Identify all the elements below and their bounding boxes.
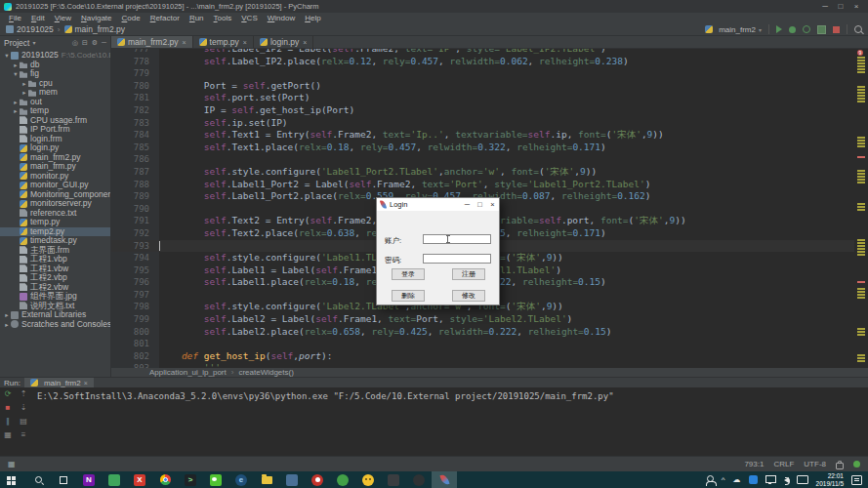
- menu-item-navigate[interactable]: Navigate: [76, 14, 117, 22]
- warning-mark[interactable]: [857, 179, 865, 181]
- tree-item-temp[interactable]: ▸temp: [0, 106, 110, 116]
- line-number[interactable]: 786: [111, 153, 159, 166]
- code-line[interactable]: [159, 203, 854, 216]
- caret-position[interactable]: 793:1: [744, 460, 764, 468]
- tree-item-out[interactable]: ▸out: [0, 98, 110, 107]
- menu-item-refactor[interactable]: Refactor: [145, 14, 185, 22]
- tree-item-frm[interactable]: 主界面.frm: [0, 246, 110, 256]
- maximize-button[interactable]: □: [833, 0, 848, 13]
- error-mark[interactable]: [857, 281, 865, 283]
- warning-mark[interactable]: [857, 62, 865, 64]
- settings-icon[interactable]: ⚙: [92, 39, 98, 47]
- warning-mark[interactable]: [857, 170, 865, 172]
- line-number[interactable]: 789: [111, 190, 159, 203]
- code-line[interactable]: self.port.set(Port): [159, 92, 854, 104]
- warning-mark[interactable]: [857, 89, 865, 91]
- xmind-icon[interactable]: X: [127, 471, 152, 488]
- line-number[interactable]: 801: [111, 338, 159, 350]
- chrome-icon[interactable]: [152, 471, 178, 488]
- close-icon[interactable]: ×: [303, 39, 307, 46]
- line-separator[interactable]: CRLF: [773, 460, 794, 468]
- warning-mark[interactable]: [857, 245, 865, 247]
- menu-item-code[interactable]: Code: [117, 14, 145, 22]
- tray-expand-icon[interactable]: ^: [722, 475, 725, 484]
- line-number[interactable]: 802: [111, 350, 159, 363]
- scroll-end-icon[interactable]: ≡: [21, 430, 26, 440]
- onedrive-cloud-icon[interactable]: ☁: [733, 475, 741, 484]
- menu-item-view[interactable]: View: [50, 14, 76, 22]
- input-method-icon[interactable]: [797, 475, 808, 484]
- code-line[interactable]: self.Text2 = Entry(self.Frame2, text='Po…: [159, 215, 854, 227]
- tree-item-main-frm2-py[interactable]: main_frm2.py: [0, 153, 110, 163]
- menu-item-run[interactable]: Run: [185, 14, 209, 22]
- code-line[interactable]: Port = self.getPort(): [159, 80, 854, 93]
- tree-item-monitorserver-py[interactable]: monitorserver.py: [0, 199, 110, 209]
- run-config-selector[interactable]: main_frm2 ▾: [705, 25, 762, 34]
- login-dialog-titlebar[interactable]: Login ─ □ ×: [377, 198, 499, 211]
- warning-mark[interactable]: [857, 334, 865, 336]
- tree-item-monitoring-component-py[interactable]: Monitoring_component.py: [0, 190, 110, 200]
- code-line[interactable]: self.Text1 = Entry(self.Frame2, text='Ip…: [159, 129, 854, 142]
- tree-item-1-vbp[interactable]: 工程1.vbp: [0, 255, 110, 264]
- delete-button[interactable]: 删除: [392, 290, 425, 302]
- line-number[interactable]: 781: [111, 92, 159, 104]
- warning-mark[interactable]: [857, 95, 865, 97]
- close-icon[interactable]: ×: [84, 380, 88, 386]
- menu-item-help[interactable]: Help: [300, 14, 325, 22]
- line-number[interactable]: 792: [111, 227, 159, 240]
- warning-mark[interactable]: [857, 254, 865, 256]
- code-line[interactable]: self.Label_IP2 = Label(self.Frame2, text…: [159, 49, 854, 56]
- warning-mark[interactable]: [857, 291, 865, 293]
- login-button[interactable]: 登录: [392, 268, 425, 280]
- warning-mark[interactable]: [857, 182, 865, 183]
- terminal-icon[interactable]: >: [178, 471, 203, 488]
- tree-collapsed-icon[interactable]: ▸: [12, 98, 20, 107]
- line-number[interactable]: 795: [111, 264, 159, 277]
- code-line[interactable]: self.Text2.place(relx=0.638, rely=0.457,…: [159, 227, 854, 240]
- action-center-icon[interactable]: [851, 475, 862, 485]
- warning-mark[interactable]: [857, 65, 865, 67]
- down-stack-icon[interactable]: ⇣: [21, 403, 27, 413]
- warning-mark[interactable]: [857, 242, 865, 244]
- tree-item-fig[interactable]: ▾fig: [0, 69, 110, 79]
- line-number[interactable]: 782: [111, 104, 159, 117]
- project-toolwindow-header[interactable]: Project ▾ ◎ ⊟ ⚙ ─: [0, 36, 111, 49]
- code-line[interactable]: self.Label1_Port2.place(relx=0.559, rely…: [159, 190, 854, 203]
- line-number[interactable]: 788: [111, 179, 159, 191]
- screenshot-app-icon[interactable]: [102, 471, 127, 488]
- cube-app-icon[interactable]: [279, 471, 305, 488]
- toolwindow-toggle-icon[interactable]: ▦: [8, 460, 16, 468]
- close-icon[interactable]: ×: [243, 39, 247, 46]
- menu-item-window[interactable]: Window: [263, 14, 300, 22]
- warning-mark[interactable]: [857, 354, 865, 356]
- smiley-app-icon[interactable]: [355, 471, 381, 488]
- warning-mark[interactable]: [857, 173, 865, 175]
- task-view-icon[interactable]: [51, 471, 76, 488]
- line-number[interactable]: 778: [111, 56, 159, 68]
- warning-mark[interactable]: [857, 203, 865, 205]
- code-line[interactable]: self.ip.set(IP): [159, 117, 854, 130]
- rerun-icon[interactable]: ⟳: [5, 389, 12, 399]
- warning-mark[interactable]: [857, 297, 865, 299]
- tab-main-frm2-py[interactable]: main_frm2.py×: [111, 36, 193, 48]
- line-number[interactable]: 791: [111, 215, 159, 227]
- warning-mark[interactable]: [857, 328, 865, 330]
- warning-mark[interactable]: [857, 357, 865, 359]
- tree-item-reference-txt[interactable]: reference.txt: [0, 209, 110, 219]
- menu-item-vcs[interactable]: VCS: [236, 14, 262, 22]
- tree-item-ip-port-frm[interactable]: IP Port.frm: [0, 125, 110, 135]
- dialog-minimize-button[interactable]: ─: [461, 198, 474, 211]
- code-line[interactable]: self.style.configure('Label1_Port2.TLabe…: [159, 166, 854, 179]
- line-number[interactable]: 797: [111, 289, 159, 302]
- line-number[interactable]: 794: [111, 252, 159, 264]
- warning-mark[interactable]: [857, 71, 865, 73]
- remote-person-icon[interactable]: [707, 475, 714, 482]
- start-button[interactable]: [0, 471, 25, 488]
- line-number[interactable]: 799: [111, 313, 159, 326]
- tab-login-py[interactable]: login.py×: [254, 36, 313, 48]
- tree-item-temp-py[interactable]: temp.py: [0, 218, 110, 227]
- file-explorer-icon[interactable]: [254, 471, 279, 488]
- line-number[interactable]: 796: [111, 276, 159, 289]
- tree-item-cpu-usage-frm[interactable]: CPU usage.frm: [0, 116, 110, 126]
- pause-icon[interactable]: ∥: [6, 417, 10, 427]
